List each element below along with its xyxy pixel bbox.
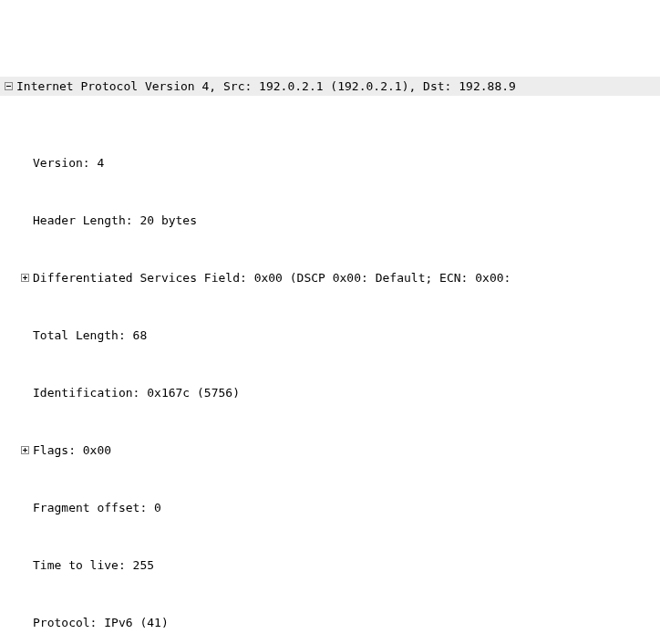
ipv4-dsfield-row[interactable]: Differentiated Services Field: 0x00 (DSC… [0,268,660,287]
ipv4-header-text: Internet Protocol Version 4, Src: 192.0.… [16,77,516,96]
ipv4-version-row[interactable]: Version: 4 [0,153,660,172]
ipv4-protocol-row[interactable]: Protocol: IPv6 (41) [0,613,660,632]
packet-details-tree: Internet Protocol Version 4, Src: 192.0.… [0,0,660,644]
field-value: Protocol: IPv6 (41) [33,613,169,632]
field-value: Version: 4 [33,153,104,172]
ipv4-ttl-row[interactable]: Time to live: 255 [0,556,660,575]
field-value: Flags: 0x00 [33,441,111,460]
collapse-icon[interactable] [3,81,14,92]
field-value: Time to live: 255 [33,556,154,575]
ipv4-header-length-row[interactable]: Header Length: 20 bytes [0,211,660,230]
ipv4-flags-row[interactable]: Flags: 0x00 [0,441,660,460]
expand-icon[interactable] [19,273,30,284]
ipv4-total-length-row[interactable]: Total Length: 68 [0,326,660,345]
field-value: Differentiated Services Field: 0x00 (DSC… [33,268,510,287]
field-value: Identification: 0x167c (5756) [33,383,240,402]
field-value: Total Length: 68 [33,326,147,345]
field-value: Header Length: 20 bytes [33,211,197,230]
ipv4-header-row[interactable]: Internet Protocol Version 4, Src: 192.0.… [0,77,660,96]
ipv4-identification-row[interactable]: Identification: 0x167c (5756) [0,383,660,402]
ipv4-fragment-offset-row[interactable]: Fragment offset: 0 [0,498,660,517]
field-value: Fragment offset: 0 [33,498,161,517]
expand-icon[interactable] [19,445,30,456]
